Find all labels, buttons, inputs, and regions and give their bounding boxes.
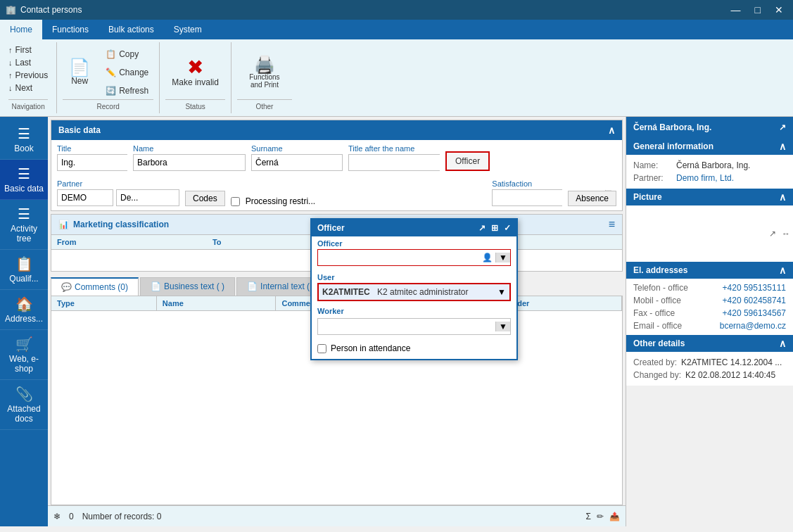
marketing-menu-icon[interactable]: ≡ <box>609 218 615 231</box>
previous-button[interactable]: ↑ Previous <box>8 70 48 80</box>
title-combo[interactable]: ▼ <box>57 154 127 171</box>
sidebar-item-attached-docs[interactable]: 📎 Attached docs <box>0 380 48 430</box>
comment-tab-comments[interactable]: 💬 Comments (0) <box>51 277 139 296</box>
user-dropdown-icon[interactable]: ▼ <box>497 287 506 297</box>
el-addresses-header[interactable]: El. addresses ∧ <box>626 262 793 279</box>
sidebar-item-qualif[interactable]: 📋 Qualif... <box>0 250 48 290</box>
partner-input-1[interactable] <box>57 189 113 206</box>
functions-print-label: Functions and Print <box>243 73 286 89</box>
refresh-label: Refresh <box>119 86 148 96</box>
officer-external-icon[interactable]: ↗ <box>478 223 486 233</box>
general-info-collapse-icon[interactable]: ∧ <box>779 141 786 152</box>
picture-collapse-icon[interactable]: ∧ <box>779 191 786 203</box>
picture-header[interactable]: Picture ∧ <box>626 189 793 205</box>
changed-by-row: Changed by: K2 02.08.2012 14:40:45 <box>633 369 786 381</box>
person-attendance-row: Person in attendance <box>312 341 516 359</box>
other-details-content: Created by: K2ATMITEC 14.12.2004 ... Cha… <box>626 352 793 386</box>
sidebar-item-address[interactable]: 🏠 Address... <box>0 290 48 330</box>
change-button[interactable]: ✏️ Change <box>101 65 153 80</box>
picture-external-icon[interactable]: ↗ <box>769 229 776 239</box>
functions-print-button[interactable]: 🖨️ Functions and Print <box>237 53 292 92</box>
general-info-header[interactable]: General information ∧ <box>626 138 793 155</box>
snowflake-icon: ❄ <box>53 512 61 521</box>
absence-button[interactable]: Absence <box>568 191 616 206</box>
business-tab-label: Business text ( ) <box>164 281 224 291</box>
business-icon: 📄 <box>151 281 161 291</box>
last-arrow-icon: ↓ <box>8 58 13 67</box>
sidebar-item-basic-data[interactable]: ☰ Basic data <box>0 160 48 200</box>
last-button[interactable]: ↓ Last <box>8 58 48 68</box>
close-button[interactable]: ✕ <box>770 3 787 17</box>
officer-check-icon[interactable]: ✓ <box>504 223 511 233</box>
copy-button[interactable]: 📋 Copy <box>101 46 153 62</box>
next-button[interactable]: ↓ Next <box>8 83 48 93</box>
surname-field: Surname <box>251 144 343 171</box>
worker-input[interactable] <box>318 319 495 334</box>
partner-input-2[interactable] <box>116 189 179 206</box>
info-partner-value[interactable]: Demo firm, Ltd. <box>676 173 734 183</box>
bottom-bar: ❄ 0 Number of records: 0 Σ ✏ 📤 <box>48 505 626 526</box>
ribbon-navigation-group: ↑ First ↓ Last ↑ Previous ↓ Next Navigat… <box>0 42 57 113</box>
person-attendance-label: Person in attendance <box>331 343 410 353</box>
info-partner-row: Partner: Demo firm, Ltd. <box>633 172 786 184</box>
email-value[interactable]: bcerna@demo.cz <box>720 321 786 331</box>
external-link-icon[interactable]: ↗ <box>779 122 786 132</box>
user-name: K2 atmitec administrator <box>377 287 492 297</box>
sidebar-item-book[interactable]: ☰ Book <box>0 120 48 160</box>
officer-dropdown-icon[interactable]: ▼ <box>495 253 510 262</box>
officer-input[interactable] <box>318 251 479 265</box>
basic-data-header: Basic data ∧ <box>51 120 622 140</box>
el-addresses-collapse-icon[interactable]: ∧ <box>779 265 786 276</box>
refresh-button[interactable]: 🔄 Refresh <box>101 83 153 99</box>
sidebar-item-web-eshop[interactable]: 🛒 Web, e-shop <box>0 330 48 380</box>
basic-data-collapse-icon[interactable]: ∧ <box>608 125 615 136</box>
officer-button[interactable]: Officer <box>445 151 490 171</box>
fax-value[interactable]: +420 596134567 <box>723 308 786 318</box>
title-after-input[interactable] <box>349 155 462 170</box>
maximize-button[interactable]: □ <box>751 3 765 17</box>
user-code: K2ATMITEC <box>322 287 372 297</box>
sidebar-item-activity-tree[interactable]: ☰ Activity tree <box>0 200 48 250</box>
copy-label: Copy <box>119 49 139 59</box>
surname-input[interactable] <box>251 154 343 171</box>
title-after-combo[interactable]: ▼ <box>348 154 440 171</box>
person-attendance-checkbox[interactable] <box>317 344 326 353</box>
officer-user-row[interactable]: K2ATMITEC K2 atmitec administrator ▼ <box>317 283 511 301</box>
officer-input-row[interactable]: 👤 ▼ <box>317 249 511 266</box>
comment-tab-business[interactable]: 📄 Business text ( ) <box>140 277 235 296</box>
mobil-value[interactable]: +420 602458741 <box>723 296 786 305</box>
picture-resize-icon[interactable]: ↔ <box>782 229 790 239</box>
basic-data-icon: ☰ <box>18 165 30 182</box>
first-button[interactable]: ↑ First <box>8 45 48 55</box>
officer-user-icon[interactable]: 👤 <box>479 253 495 262</box>
export-icon[interactable]: 📤 <box>609 512 620 521</box>
make-invalid-button[interactable]: ✖ Make invalid <box>165 54 225 91</box>
sidebar-attached-docs-label: Attached docs <box>3 404 45 424</box>
info-name-row: Name: Černá Barbora, Ing. <box>633 159 786 172</box>
officer-grid-icon[interactable]: ⊞ <box>491 223 498 233</box>
name-input[interactable] <box>133 154 246 171</box>
qualif-icon: 📋 <box>15 255 33 272</box>
telefon-value[interactable]: +420 595135111 <box>723 283 786 293</box>
edit-icon[interactable]: ✏ <box>597 512 604 521</box>
worker-dropdown-icon[interactable]: ▼ <box>495 322 510 331</box>
other-details-header[interactable]: Other details ∧ <box>626 335 793 352</box>
sum-icon[interactable]: Σ <box>586 512 591 521</box>
minimize-button[interactable]: — <box>727 3 745 17</box>
menu-tab-functions[interactable]: Functions <box>42 20 99 39</box>
title-label: Title <box>57 144 127 153</box>
codes-button[interactable]: Codes <box>185 191 225 206</box>
menu-tab-home[interactable]: Home <box>0 20 42 39</box>
email-label: Email - office <box>633 321 682 331</box>
menu-tab-bulk-actions[interactable]: Bulk actions <box>99 20 164 39</box>
title-after-label: Title after the name <box>348 144 440 153</box>
menu-tab-system[interactable]: System <box>164 20 212 39</box>
info-name-label: Name: <box>633 160 672 170</box>
new-button[interactable]: 📄 New <box>63 56 96 89</box>
satisfaction-combo[interactable]: ▼ <box>492 189 562 206</box>
menu-bar: Home Functions Bulk actions System <box>0 20 793 39</box>
processing-checkbox[interactable] <box>231 197 240 206</box>
el-addresses-content: Telefon - office +420 595135111 Mobil - … <box>626 279 793 335</box>
other-details-collapse-icon[interactable]: ∧ <box>779 338 786 349</box>
worker-input-row[interactable]: ▼ <box>317 318 511 335</box>
